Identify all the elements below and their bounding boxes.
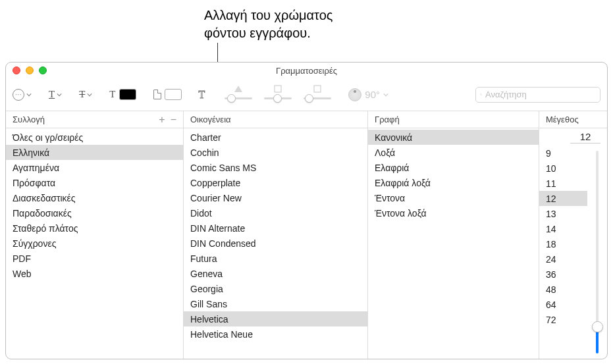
list-item[interactable]: PDF xyxy=(6,251,183,266)
triangle-icon xyxy=(234,84,243,95)
remove-collection-button[interactable]: − xyxy=(171,114,176,126)
minimize-button[interactable] xyxy=(26,66,34,74)
text-shadow-button[interactable]: T xyxy=(199,87,205,103)
list-item[interactable]: 13 xyxy=(539,206,587,221)
angle-wheel-icon[interactable] xyxy=(348,88,361,101)
search-field[interactable] xyxy=(475,87,600,103)
list-item[interactable]: 14 xyxy=(539,221,587,236)
size-input[interactable] xyxy=(570,131,600,143)
window-title: Γραμματοσειρές xyxy=(6,66,607,76)
shadow-opacity-slider[interactable] xyxy=(225,85,252,105)
add-collection-button[interactable]: + xyxy=(159,114,165,126)
list-item[interactable]: 18 xyxy=(539,236,587,251)
list-item[interactable]: Ελαφριά xyxy=(368,160,539,175)
annotation-callout: Αλλαγή του χρώματος φόντου εγγράφου. xyxy=(204,7,333,42)
page-icon xyxy=(153,90,161,99)
list-item[interactable]: 9 xyxy=(539,145,587,161)
shadow-sliders-group xyxy=(225,85,331,105)
list-item[interactable]: 48 xyxy=(539,282,587,297)
list-item[interactable]: 36 xyxy=(539,267,587,282)
list-item[interactable]: DIN Alternate xyxy=(184,221,367,236)
family-header-label: Οικογένεια xyxy=(190,115,231,124)
list-item[interactable]: Λοξά xyxy=(368,145,539,160)
strikethrough-button[interactable]: T xyxy=(79,87,92,103)
text-color-button[interactable]: T xyxy=(109,87,136,103)
svg-line-3 xyxy=(481,95,482,95)
shadow-angle-control[interactable]: 90° xyxy=(348,88,388,101)
list-item[interactable]: 11 xyxy=(539,176,587,191)
list-item[interactable]: Σταθερό πλάτος xyxy=(6,221,183,236)
collection-list[interactable]: Όλες οι γρ/σειρέςΕλληνικάΑγαπημέναΠρόσφα… xyxy=(6,128,183,359)
list-item[interactable]: Έντονα xyxy=(368,190,539,205)
list-item[interactable]: Futura xyxy=(184,251,367,266)
slider-thumb[interactable] xyxy=(273,94,282,103)
list-item[interactable]: Διασκεδαστικές xyxy=(6,190,183,205)
search-icon xyxy=(480,90,482,99)
svg-rect-1 xyxy=(314,86,321,92)
list-item[interactable]: Georgia xyxy=(184,281,367,296)
shadow-offset-slider[interactable] xyxy=(304,85,331,105)
list-item[interactable]: 24 xyxy=(539,251,587,267)
list-item[interactable]: Courier New xyxy=(184,190,367,205)
size-list[interactable]: 91011121314182436486472 xyxy=(539,145,587,359)
typeface-header-label: Γραφή xyxy=(375,115,400,124)
shadow-blur-slider[interactable] xyxy=(264,85,292,105)
list-item[interactable]: Ελαφριά λοξά xyxy=(368,175,539,190)
typeface-list[interactable]: ΚανονικάΛοξάΕλαφριάΕλαφριά λοξάΈντοναΈντ… xyxy=(368,128,539,359)
list-item[interactable]: Όλες οι γρ/σειρές xyxy=(6,130,183,145)
ellipsis-circle-icon: ··· xyxy=(13,89,24,101)
list-item[interactable]: DIN Condensed xyxy=(184,236,367,251)
chevron-down-icon xyxy=(26,92,32,97)
chevron-down-icon xyxy=(57,92,62,97)
typeface-header: Γραφή xyxy=(368,111,539,128)
list-item[interactable]: 12 xyxy=(539,191,587,206)
list-item[interactable]: Copperplate xyxy=(184,175,367,190)
text-color-icon: T xyxy=(109,89,115,100)
fonts-panel-window: Γραμματοσειρές ··· T T T T xyxy=(5,62,608,359)
family-header: Οικογένεια xyxy=(184,111,367,128)
close-button[interactable] xyxy=(13,66,20,74)
background-color-well[interactable] xyxy=(165,89,182,100)
list-item[interactable]: Comic Sans MS xyxy=(184,160,367,175)
list-item[interactable]: Σύγχρονες xyxy=(6,236,183,251)
angle-value: 90° xyxy=(365,89,380,100)
family-column: Οικογένεια CharterCochinComic Sans MSCop… xyxy=(184,111,368,359)
list-item[interactable]: 72 xyxy=(539,312,587,327)
search-input[interactable] xyxy=(485,90,596,99)
slider-thumb[interactable] xyxy=(592,321,603,332)
list-item[interactable]: Ελληνικά xyxy=(6,145,183,160)
slider-thumb[interactable] xyxy=(305,94,313,103)
list-item[interactable]: Didot xyxy=(184,205,367,221)
list-item[interactable]: Web xyxy=(6,266,183,281)
list-item[interactable]: Έντονα λοξά xyxy=(368,205,539,221)
document-background-color-button[interactable] xyxy=(153,87,182,103)
font-browser-columns: Συλλογή + − Όλες οι γρ/σειρέςΕλληνικάΑγα… xyxy=(6,111,607,359)
slider-thumb[interactable] xyxy=(227,94,236,103)
list-item[interactable]: 10 xyxy=(539,161,587,176)
list-item[interactable]: Helvetica Neue xyxy=(184,326,367,342)
list-item[interactable]: Gill Sans xyxy=(184,296,367,311)
underline-button[interactable]: T xyxy=(49,87,62,103)
list-item[interactable]: Cochin xyxy=(184,145,367,160)
family-list[interactable]: CharterCochinComic Sans MSCopperplateCou… xyxy=(184,128,367,359)
traffic-lights xyxy=(13,66,47,74)
list-item[interactable]: 64 xyxy=(539,297,587,312)
list-item[interactable]: Αγαπημένα xyxy=(6,160,183,175)
text-color-well[interactable] xyxy=(119,89,136,100)
list-item[interactable]: Παραδοσιακές xyxy=(6,205,183,221)
annotation-line1: Αλλαγή του χρώματος xyxy=(204,7,333,24)
size-column: Μέγεθος 91011121314182436486472 xyxy=(539,111,607,359)
list-item[interactable]: Geneva xyxy=(184,266,367,281)
list-item[interactable]: Charter xyxy=(184,130,367,145)
collection-header: Συλλογή + − xyxy=(6,111,183,128)
strikethrough-icon: T xyxy=(79,89,85,100)
list-item[interactable]: Πρόσφατα xyxy=(6,175,183,190)
size-header-label: Μέγεθος xyxy=(546,115,579,124)
size-slider[interactable] xyxy=(587,145,607,359)
more-actions-button[interactable]: ··· xyxy=(13,87,32,103)
list-item[interactable]: Κανονικά xyxy=(368,130,539,145)
list-item[interactable]: Helvetica xyxy=(184,311,367,326)
svg-point-2 xyxy=(480,93,481,95)
underline-icon: T xyxy=(49,89,55,100)
zoom-button[interactable] xyxy=(39,66,47,74)
